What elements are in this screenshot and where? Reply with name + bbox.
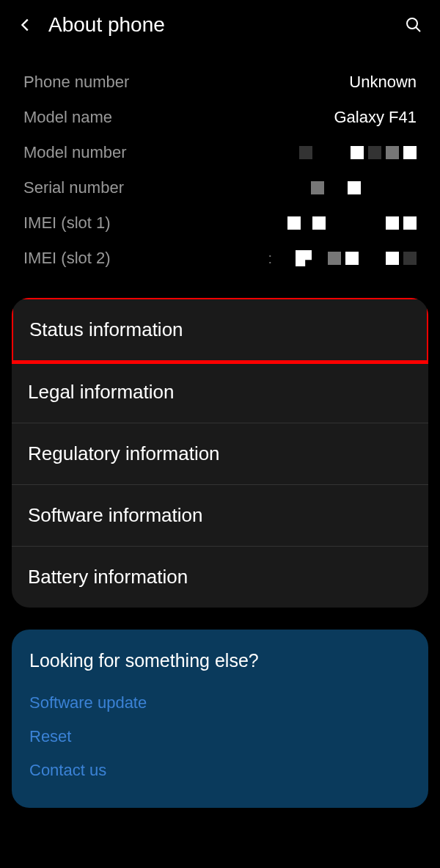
search-icon[interactable] xyxy=(405,16,422,34)
svg-line-1 xyxy=(416,27,420,32)
back-icon[interactable] xyxy=(18,17,34,33)
software-update-link[interactable]: Software update xyxy=(29,686,411,720)
software-information-item[interactable]: Software information xyxy=(12,485,428,547)
phone-number-label: Phone number xyxy=(23,73,129,92)
model-name-value: Galaxy F41 xyxy=(334,108,417,127)
suggestions-card: Looking for something else? Software upd… xyxy=(12,630,428,808)
model-number-redacted xyxy=(299,146,417,159)
reset-link[interactable]: Reset xyxy=(29,720,411,754)
contact-us-link[interactable]: Contact us xyxy=(29,754,411,787)
battery-information-item[interactable]: Battery information xyxy=(12,547,428,608)
serial-number-label: Serial number xyxy=(23,178,124,197)
model-number-row: Model number xyxy=(23,135,417,170)
imei2-redacted: : xyxy=(268,250,417,267)
serial-number-row: Serial number xyxy=(23,170,417,205)
information-menu-card: Status information Legal information Reg… xyxy=(12,298,428,608)
device-info-section: Phone number Unknown Model name Galaxy F… xyxy=(0,65,440,276)
imei2-row: IMEI (slot 2) : xyxy=(23,241,417,276)
imei2-label: IMEI (slot 2) xyxy=(23,249,111,268)
imei1-redacted xyxy=(287,216,417,230)
imei1-label: IMEI (slot 1) xyxy=(23,214,111,233)
phone-number-row: Phone number Unknown xyxy=(23,65,417,100)
legal-information-item[interactable]: Legal information xyxy=(12,362,428,423)
model-name-row: Model name Galaxy F41 xyxy=(23,100,417,135)
suggestions-title: Looking for something else? xyxy=(29,650,411,671)
regulatory-information-item[interactable]: Regulatory information xyxy=(12,423,428,485)
header: About phone xyxy=(0,0,440,50)
svg-point-0 xyxy=(407,18,417,29)
imei1-row: IMEI (slot 1) xyxy=(23,205,417,241)
page-title: About phone xyxy=(48,13,390,37)
model-name-label: Model name xyxy=(23,108,112,127)
phone-number-value: Unknown xyxy=(349,73,417,92)
model-number-label: Model number xyxy=(23,143,127,162)
status-information-item[interactable]: Status information xyxy=(12,298,428,364)
serial-number-redacted xyxy=(311,181,417,194)
